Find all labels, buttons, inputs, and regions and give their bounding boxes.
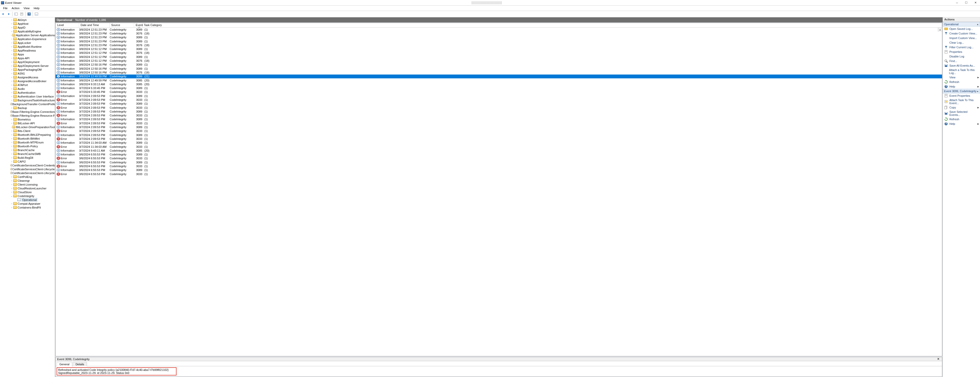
close-button[interactable]: ✕ (971, 0, 980, 6)
menu-action[interactable]: Action (10, 6, 22, 10)
chevron-right-icon[interactable]: › (10, 141, 13, 144)
tree-pane[interactable]: ›AllJoyn›AppHost›AppID›ApplicabilityEngi… (0, 18, 55, 377)
tree-item[interactable]: ›Apps (0, 52, 55, 56)
chevron-right-icon[interactable]: › (10, 122, 13, 125)
event-row[interactable]: iInformation3/8/2024 12:51:12 PMCodeInte… (56, 55, 942, 59)
properties-button[interactable] (19, 11, 24, 17)
chevron-right-icon[interactable]: › (10, 34, 13, 37)
event-row[interactable]: iInformation3/8/2024 12:51:23 PMCodeInte… (56, 31, 942, 35)
event-rows[interactable]: iInformation3/8/2024 12:51:23 PMCodeInte… (56, 27, 942, 356)
tree-item[interactable]: ›CertificateServicesClient-Lifecycle-Sys… (0, 167, 55, 171)
action-item[interactable]: Create Custom View... (943, 31, 980, 36)
show-tree-button[interactable] (14, 11, 19, 17)
tree-item[interactable]: ›CertPolEng (0, 175, 55, 179)
action-item[interactable]: Attach Task To This Event... (943, 98, 980, 105)
tree-item[interactable]: ›Bluetooth-BthMini (0, 137, 55, 141)
chevron-right-icon[interactable]: › (10, 126, 13, 128)
event-row[interactable]: iInformation3/7/2024 5:33:45 PMCodeInteg… (56, 86, 942, 90)
chevron-right-icon[interactable]: › (10, 84, 13, 86)
event-row[interactable]: !Error3/7/2024 5:33:45 PMCodeIntegrity30… (56, 90, 942, 94)
event-row[interactable]: !Error3/7/2024 11:34:03 AMCodeIntegrity3… (56, 145, 942, 149)
tree-item[interactable]: ›Audio (0, 87, 55, 91)
tree-item[interactable]: ›BitLocker-API (0, 121, 55, 125)
menu-file[interactable]: File (1, 6, 10, 10)
action-item[interactable]: Find... (943, 59, 980, 63)
chevron-right-icon[interactable]: › (10, 61, 13, 63)
event-row[interactable]: iInformation3/6/2024 6:55:53 PMCodeInteg… (56, 168, 942, 172)
chevron-right-icon[interactable]: › (10, 76, 13, 78)
preview-close-button[interactable]: ✕ (936, 357, 940, 361)
action-item[interactable]: Open Saved Log... (943, 27, 980, 31)
event-row[interactable]: iInformation3/8/2024 12:51:23 PMCodeInte… (56, 35, 942, 39)
tree-item[interactable]: ›Authentication User Interface (0, 94, 55, 98)
tree-item[interactable]: ›Bluetooth-Policy (0, 144, 55, 148)
chevron-right-icon[interactable]: › (10, 149, 13, 151)
col-source[interactable]: Source (110, 23, 134, 27)
titlebar-grip[interactable] (472, 1, 502, 4)
event-row[interactable]: iInformation3/8/2024 12:51:12 PMCodeInte… (56, 51, 942, 55)
help-button[interactable]: ? (27, 11, 32, 17)
action-item[interactable]: View▶ (943, 75, 980, 80)
tree-item[interactable]: ›CertificateServicesClient-Lifecycle-Use… (0, 171, 55, 175)
event-row[interactable]: !Error3/7/2024 2:09:53 PMCodeIntegrity30… (56, 137, 942, 141)
chevron-right-icon[interactable]: › (10, 203, 13, 205)
tree-item[interactable]: ›AllJoyn (0, 18, 55, 22)
action-item[interactable]: ?Help▶ (943, 84, 980, 89)
tab-general[interactable]: General (57, 362, 72, 366)
event-row[interactable]: iInformation3/7/2024 2:09:53 PMCodeInteg… (56, 102, 942, 105)
event-row[interactable]: iInformation3/6/2024 6:55:53 PMCodeInteg… (56, 153, 942, 157)
tree-item[interactable]: ›AssignedAccess (0, 75, 55, 79)
maximize-button[interactable]: ☐ (962, 0, 971, 6)
tree-item[interactable]: ›CloudStore (0, 190, 55, 194)
tab-details[interactable]: Details (73, 362, 87, 366)
tree-item[interactable]: ›Client-Licensing (0, 182, 55, 186)
chevron-right-icon[interactable]: › (10, 45, 13, 48)
event-row[interactable]: iInformation3/8/2024 12:51:23 PMCodeInte… (56, 27, 942, 31)
chevron-right-icon[interactable]: › (10, 38, 13, 40)
chevron-right-icon[interactable]: › (10, 19, 13, 21)
chevron-right-icon[interactable]: › (10, 65, 13, 67)
tree-item[interactable]: ›AppReadiness (0, 48, 55, 52)
chevron-right-icon[interactable]: › (10, 157, 13, 159)
actions-section-operational[interactable]: Operational▲ (943, 22, 980, 27)
tree-item[interactable]: ›AppModel-Runtime (0, 45, 55, 48)
tree-item[interactable]: ›BackgroundTransfer-ContentPrefetcher (0, 102, 55, 106)
event-row[interactable]: !Error3/7/2024 2:09:53 PMCodeIntegrity30… (56, 113, 942, 117)
event-row[interactable]: !Error3/6/2024 6:55:53 PMCodeIntegrity30… (56, 157, 942, 160)
action-item[interactable]: Attach a Task To this Log... (943, 68, 980, 75)
chevron-right-icon[interactable]: › (10, 30, 13, 33)
event-row[interactable]: iInformation3/7/2024 9:43:11 AMCodeInteg… (56, 149, 942, 152)
tree-item[interactable]: ›CloudRestoreLauncher (0, 186, 55, 190)
event-row[interactable]: iInformation3/8/2024 12:49:59 PMCodeInte… (56, 78, 942, 82)
tree-item[interactable]: ›BranchCacheSMB (0, 152, 55, 156)
event-row[interactable]: !Error3/7/2024 2:09:53 PMCodeIntegrity30… (56, 105, 942, 110)
chevron-down-icon[interactable]: ⌄ (10, 195, 13, 197)
event-row[interactable]: iInformation3/8/2024 12:50:16 PMCodeInte… (56, 67, 942, 70)
event-row[interactable]: iInformation3/8/2024 12:51:23 PMCodeInte… (56, 43, 942, 47)
chevron-right-icon[interactable]: › (10, 22, 13, 25)
tree-item[interactable]: ›BitLocker-DrivePreparationTool (0, 125, 55, 129)
event-row[interactable]: iInformation3/7/2024 2:09:53 PMCodeInteg… (56, 110, 942, 113)
col-level[interactable]: Level (56, 23, 79, 27)
event-row[interactable]: !Error3/7/2024 2:09:53 PMCodeIntegrity30… (56, 121, 942, 125)
event-row[interactable]: iInformation3/7/2024 2:09:53 PMCodeInteg… (56, 133, 942, 137)
col-date[interactable]: Date and Time (79, 23, 110, 27)
tree-item[interactable]: ›Build-RegDll (0, 156, 55, 160)
chevron-right-icon[interactable]: › (10, 99, 13, 102)
tree-item[interactable]: ›Backup (0, 106, 55, 110)
chevron-right-icon[interactable]: › (10, 183, 13, 186)
tree-item[interactable]: ›Apps-API (0, 56, 55, 60)
chevron-right-icon[interactable]: › (10, 42, 13, 44)
chevron-right-icon[interactable]: › (10, 53, 13, 56)
action-item[interactable]: Copy▶ (943, 105, 980, 110)
event-row[interactable]: iInformation3/8/2024 12:51:23 PMCodeInte… (56, 39, 942, 43)
event-row[interactable]: !Error3/6/2024 6:55:53 PMCodeIntegrity30… (56, 172, 942, 176)
event-row[interactable]: !Error3/7/2024 2:09:53 PMCodeIntegrity30… (56, 98, 942, 102)
tree-item[interactable]: ›Application Server-Applications (0, 33, 55, 37)
tree-item[interactable]: ›Containers-BindFlt (0, 206, 55, 209)
action-item[interactable]: Save Selected Events... (943, 110, 980, 117)
tree-item[interactable]: ›Compat-Appraiser (0, 202, 55, 206)
action-item[interactable]: ?Help▶ (943, 121, 980, 126)
tree-item[interactable]: ›Bluetooth-MTPEnum (0, 141, 55, 144)
chevron-right-icon[interactable]: › (10, 179, 13, 182)
